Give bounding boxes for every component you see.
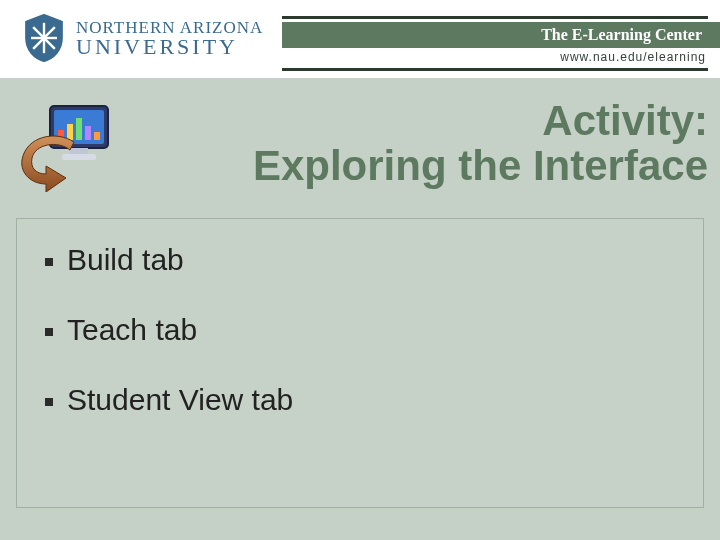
svg-rect-10	[94, 132, 100, 140]
divider	[282, 68, 708, 71]
list-item-label: Student View tab	[67, 383, 293, 416]
refresh-arrow-icon	[16, 132, 86, 192]
elearning-banner: The E-Learning Center www.nau.edu/elearn…	[282, 0, 720, 78]
header-banner: NORTHERN ARIZONA UNIVERSITY The E-Learni…	[0, 0, 720, 78]
center-title: The E-Learning Center	[541, 26, 702, 44]
university-name-line2: UNIVERSITY	[76, 36, 263, 58]
list-item-label: Build tab	[67, 243, 184, 276]
list-item: Student View tab	[37, 385, 683, 415]
content-box: Build tab Teach tab Student View tab	[16, 218, 704, 508]
list-item: Teach tab	[37, 315, 683, 345]
activity-graphic	[20, 102, 112, 194]
slide-title-line2: Exploring the Interface	[253, 143, 708, 188]
slide-title-area: Activity: Exploring the Interface	[0, 98, 720, 208]
list-item: Build tab	[37, 245, 683, 275]
university-name-line1: NORTHERN ARIZONA	[76, 19, 263, 36]
university-seal-icon	[22, 12, 66, 64]
slide-title-line1: Activity:	[253, 98, 708, 143]
university-logo-block: NORTHERN ARIZONA UNIVERSITY	[22, 12, 263, 64]
center-url: www.nau.edu/elearning	[282, 50, 706, 64]
center-title-strip: The E-Learning Center	[282, 22, 720, 48]
university-name: NORTHERN ARIZONA UNIVERSITY	[76, 19, 263, 58]
divider	[282, 16, 708, 19]
bullet-list: Build tab Teach tab Student View tab	[37, 245, 683, 415]
slide-title: Activity: Exploring the Interface	[253, 98, 708, 189]
list-item-label: Teach tab	[67, 313, 197, 346]
